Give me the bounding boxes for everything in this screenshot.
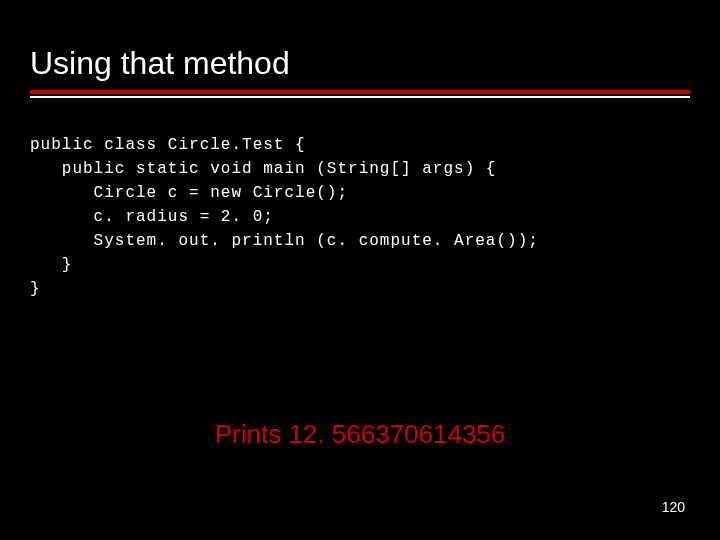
code-line-1: public class Circle.Test { [30,136,306,154]
slide-container: Using that method public class Circle.Te… [0,0,720,540]
code-block: public class Circle.Test { public static… [30,133,690,301]
underline-white-bar [30,96,690,98]
code-line-5: System. out. println (c. compute. Area()… [30,232,539,250]
code-line-6: } [30,256,72,274]
underline-red-bar [30,90,690,94]
code-line-4: c. radius = 2. 0; [30,208,274,226]
slide-title: Using that method [30,45,690,82]
page-number: 120 [662,499,685,515]
title-underline [30,90,690,98]
code-line-2: public static void main (String[] args) … [30,160,496,178]
result-output: Prints 12. 566370614356 [0,419,720,450]
code-line-3: Circle c = new Circle(); [30,184,348,202]
code-line-7: } [30,280,41,298]
